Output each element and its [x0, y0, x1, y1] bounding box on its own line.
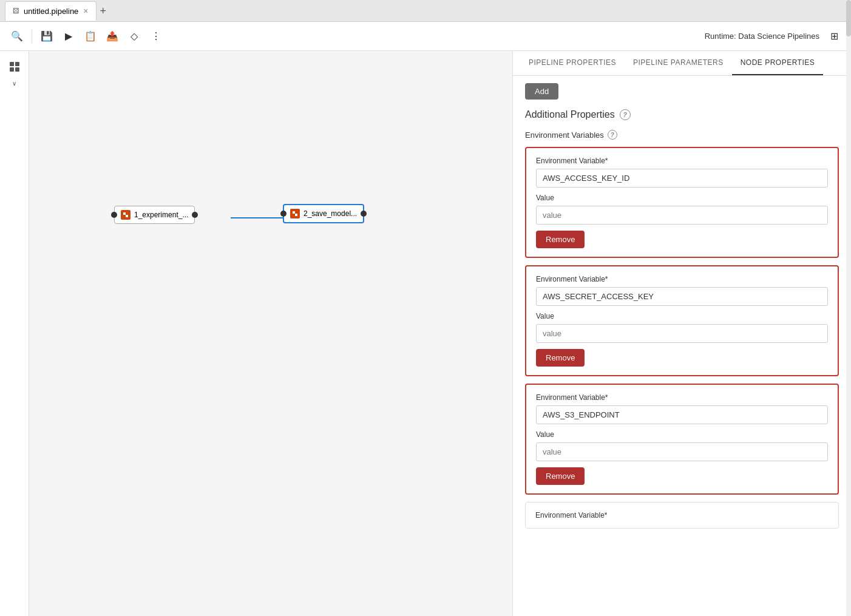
svg-rect-3 [15, 67, 19, 72]
toolbar: 🔍 💾 ▶ 📋 📤 ◇ ⋮ Runtime: Data Science Pipe… [0, 22, 851, 51]
svg-rect-10 [295, 214, 297, 216]
env-var-label-2: Environment Variable* [536, 275, 828, 283]
value-label-2: Value [536, 312, 828, 320]
tab-close-button[interactable]: × [83, 6, 88, 16]
value-label-1: Value [536, 194, 828, 202]
connection-svg [29, 51, 512, 616]
node2-icon [290, 209, 300, 218]
env-variables-label: Environment Variables [525, 130, 604, 140]
panel-content[interactable]: Add Additional Properties ? Environment … [513, 76, 851, 616]
right-panel: PIPELINE PROPERTIES PIPELINE PARAMETERS … [512, 51, 851, 616]
palette-button[interactable] [4, 56, 25, 78]
node1-icon [121, 210, 131, 220]
env-card-2: Environment Variable* Value Remove [525, 265, 839, 376]
svg-rect-6 [123, 212, 126, 215]
tab-title: untitled.pipeline [24, 7, 78, 16]
env-var-input-1[interactable] [536, 169, 828, 188]
export-png-icon: 📋 [84, 30, 97, 42]
node1-label: 1_experiment_... [134, 211, 188, 219]
search-button[interactable]: 🔍 [7, 27, 27, 46]
pipeline-tab[interactable]: ⚄ untitled.pipeline × [5, 1, 97, 21]
remove-button-3[interactable]: Remove [536, 467, 585, 485]
node1-output-port[interactable] [192, 212, 198, 218]
node2-label: 2_save_model... [303, 209, 357, 218]
runtime-label: Runtime: Data Science Pipelines [705, 32, 819, 41]
more-icon: ⋮ [151, 30, 161, 42]
env-card-1: Environment Variable* Value Remove [525, 147, 839, 258]
left-sidebar: ∨ [0, 51, 29, 616]
node1-input-port[interactable] [111, 212, 117, 218]
clear-icon: ◇ [131, 30, 138, 42]
add-button[interactable]: Add [525, 83, 558, 100]
search-icon: 🔍 [11, 30, 23, 42]
additional-properties-title: Additional Properties [525, 109, 615, 120]
additional-properties-help-icon[interactable]: ? [620, 109, 631, 120]
env-variables-subsection: Environment Variables ? [525, 130, 839, 140]
save-icon: 💾 [41, 30, 53, 42]
tab-pipeline-properties[interactable]: PIPELINE PROPERTIES [520, 51, 625, 75]
svg-rect-2 [10, 67, 14, 72]
svg-rect-5 [122, 211, 129, 218]
env-var-label-3: Environment Variable* [536, 393, 828, 402]
env-card-3: Environment Variable* Value Remove [525, 384, 839, 495]
panel-tabs: PIPELINE PROPERTIES PIPELINE PARAMETERS … [513, 51, 851, 76]
node2-output-port[interactable] [361, 211, 367, 217]
palette-icon [8, 61, 21, 73]
runtime-config-button[interactable]: ⊞ [824, 27, 844, 46]
pipeline-node-2[interactable]: 2_save_model... [283, 204, 364, 223]
env-var-input-3[interactable] [536, 405, 828, 424]
node2-input-port[interactable] [280, 211, 286, 217]
tab-node-properties[interactable]: NODE PROPERTIES [732, 51, 824, 75]
main-layout: ∨ 1_experiment_... [0, 51, 851, 616]
run-button[interactable]: ▶ [59, 27, 78, 46]
svg-rect-7 [126, 215, 128, 217]
run-icon: ▶ [65, 30, 72, 42]
tab-bar: ⚄ untitled.pipeline × + [0, 0, 851, 22]
toolbar-divider-1 [32, 29, 32, 44]
save-button[interactable]: 💾 [37, 27, 56, 46]
pipeline-canvas-area[interactable]: 1_experiment_... 2_save_model... [29, 51, 512, 616]
svg-rect-8 [291, 210, 299, 217]
env-var-label-1: Environment Variable* [536, 157, 828, 165]
additional-properties-section: Additional Properties ? [525, 109, 839, 120]
new-tab-button[interactable]: + [100, 5, 107, 16]
svg-rect-0 [10, 62, 14, 66]
scroll-track[interactable] [846, 0, 851, 616]
clear-button[interactable]: ◇ [124, 27, 144, 46]
tab-pipeline-icon: ⚄ [13, 7, 19, 15]
value-label-3: Value [536, 430, 828, 439]
value-input-2[interactable] [536, 324, 828, 343]
pipeline-node-1[interactable]: 1_experiment_... [114, 206, 195, 224]
remove-button-2[interactable]: Remove [536, 349, 585, 367]
expand-icon: ∨ [12, 80, 16, 87]
env-var-label-4: Environment Variable* [535, 511, 829, 520]
env-var-input-2[interactable] [536, 287, 828, 306]
value-input-3[interactable] [536, 442, 828, 461]
more-button[interactable]: ⋮ [146, 27, 166, 46]
env-variables-help-icon[interactable]: ? [608, 130, 617, 140]
env-card-4: Environment Variable* [525, 502, 839, 529]
svg-rect-9 [293, 211, 295, 214]
runtime-label-area: Runtime: Data Science Pipelines ⊞ [705, 27, 844, 46]
value-input-1[interactable] [536, 206, 828, 225]
expand-palette-button[interactable]: ∨ [12, 80, 16, 87]
export-png-button[interactable]: 📋 [81, 27, 100, 46]
tab-pipeline-parameters[interactable]: PIPELINE PARAMETERS [625, 51, 732, 75]
scroll-thumb[interactable] [846, 0, 851, 36]
runtime-config-icon: ⊞ [830, 30, 838, 42]
export-button[interactable]: 📤 [103, 27, 122, 46]
export-icon: 📤 [106, 30, 118, 42]
remove-button-1[interactable]: Remove [536, 231, 585, 248]
svg-rect-1 [15, 62, 19, 66]
